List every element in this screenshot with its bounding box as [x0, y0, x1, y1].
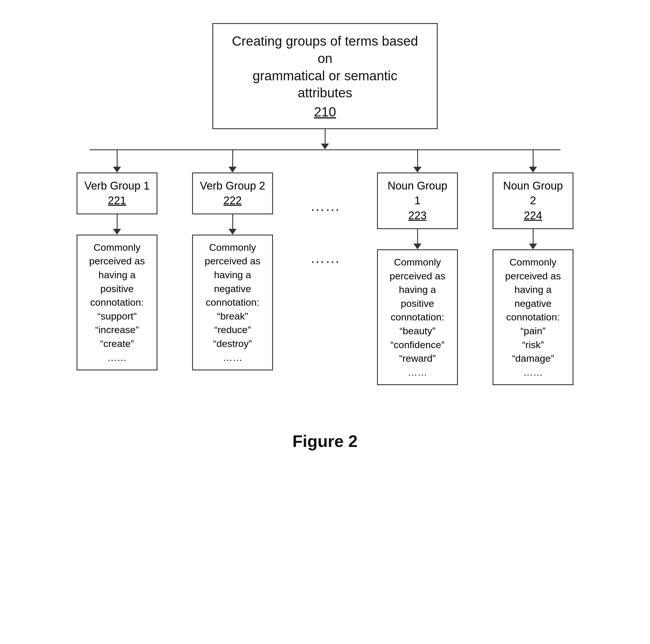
root-title-line1: Creating groups of terms based on: [232, 34, 418, 66]
root-arrow: [321, 144, 329, 149]
noun-group-2-content: Commonlyperceived ashaving anegativeconn…: [493, 249, 573, 385]
root-vline: [325, 129, 326, 144]
col3-arrow-down: [413, 167, 422, 173]
verb-group-2-content: Commonlyperceived ashaving anegativeconn…: [192, 235, 273, 370]
verb-group-1-box: Verb Group 1 221: [77, 173, 157, 214]
noun-group-1-content: Commonlyperceived ashaving apositiveconn…: [377, 249, 458, 385]
diagram-container: Creating groups of terms based on gramma…: [36, 23, 614, 385]
col1-topline: [117, 149, 117, 167]
verb-group-2-label: Verb Group 2: [200, 180, 265, 192]
ellipsis-middle: ……: [310, 197, 340, 214]
verb-group-1-ref: 221: [83, 193, 151, 208]
col1-arrow-down: [113, 167, 121, 173]
vg1-content: Commonlyperceived ashaving apositiveconn…: [89, 242, 145, 363]
root-title-line2: grammatical or semantic attributes: [252, 68, 397, 101]
ellipsis-column: …… ……: [302, 149, 348, 266]
noun-group-1-ref: 223: [384, 208, 451, 223]
column-verb-group-2: Verb Group 2 222 Commonlyperceived ashav…: [192, 149, 273, 370]
verb-group-1-label: Verb Group 1: [84, 180, 150, 192]
ellipsis-bottom: ……: [310, 249, 340, 266]
root-box: Creating groups of terms based on gramma…: [212, 23, 438, 129]
col4-connector: [529, 229, 537, 249]
h-bar: [89, 149, 561, 150]
col2-arrow-down: [228, 167, 237, 173]
verb-group-2-ref: 222: [199, 193, 266, 208]
col2-connector: [228, 214, 237, 235]
col3-connector: [413, 229, 422, 249]
noun-group-1-label: Noun Group 1: [387, 180, 447, 207]
col4-topline: [533, 149, 534, 167]
ng2-content: Commonlyperceived ashaving anegativeconn…: [505, 257, 561, 378]
noun-group-2-ref: 224: [499, 208, 567, 223]
root-connector: [321, 129, 329, 149]
column-noun-group-1: Noun Group 1 223 Commonlyperceived ashav…: [377, 149, 458, 385]
root-ref: 210: [225, 104, 425, 119]
noun-group-1-box: Noun Group 1 223: [377, 173, 458, 229]
col4-arrow-down: [529, 167, 537, 173]
col3-topline: [417, 149, 418, 167]
vg2-content: Commonlyperceived ashaving anegativeconn…: [205, 242, 261, 363]
spread-area: Verb Group 1 221 Commonlyperceived ashav…: [50, 149, 600, 385]
col2-topline: [232, 149, 233, 167]
figure-label: Figure 2: [292, 431, 358, 451]
col1-connector: [113, 214, 121, 235]
column-noun-group-2: Noun Group 2 224 Commonlyperceived ashav…: [493, 149, 573, 385]
noun-group-2-label: Noun Group 2: [503, 180, 563, 207]
ng1-content: Commonlyperceived ashaving apositiveconn…: [390, 257, 445, 378]
column-verb-group-1: Verb Group 1 221 Commonlyperceived ashav…: [77, 149, 157, 370]
verb-group-1-content: Commonlyperceived ashaving apositiveconn…: [77, 235, 157, 370]
verb-group-2-box: Verb Group 2 222: [192, 173, 273, 214]
noun-group-2-box: Noun Group 2 224: [493, 173, 573, 229]
